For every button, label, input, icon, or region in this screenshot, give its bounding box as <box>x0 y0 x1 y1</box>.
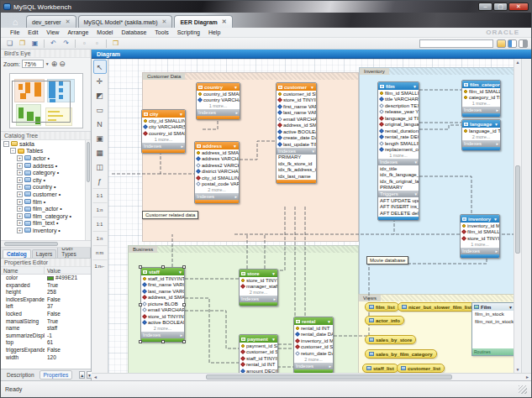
tool-rel-1-1-non-id[interactable]: 1:1 <box>92 188 108 202</box>
view-actor_info[interactable]: actor_info <box>365 316 404 325</box>
collapse-arrow-icon[interactable]: ▼ <box>327 319 331 324</box>
property-row[interactable]: summarizeDisplay-1 <box>1 333 91 340</box>
selection-handle[interactable] <box>139 265 142 269</box>
section-arrow-icon[interactable]: ▾ <box>312 149 314 154</box>
table-header[interactable]: customer▼ <box>277 83 316 91</box>
collapse-arrow-icon[interactable]: ▼ <box>271 337 276 342</box>
section-arrow-icon[interactable]: ▸ <box>496 141 498 146</box>
indexes-section-header[interactable]: Indexes▸ <box>197 109 240 116</box>
catalog-vscrollbar[interactable] <box>85 140 91 240</box>
resize-grip[interactable] <box>519 385 527 394</box>
zoom-out-icon[interactable]: ⊖ <box>59 60 66 68</box>
tool-rel-1-n[interactable]: 1:n <box>92 231 108 245</box>
section-arrow-icon[interactable]: ▾ <box>414 160 417 165</box>
table-film[interactable]: film▼film_id SMALLINTtitle VARCHAR(255)d… <box>377 81 419 221</box>
expander-icon[interactable]: + <box>17 199 23 205</box>
table-header[interactable]: payment▼ <box>240 335 277 343</box>
indexes-section-header[interactable]: Indexes▸ <box>294 363 333 369</box>
expander-icon[interactable]: + <box>17 184 23 190</box>
more-columns[interactable]: 1 more... <box>378 153 419 159</box>
menu-view[interactable]: View <box>42 29 63 35</box>
menu-scripting[interactable]: Scripting <box>173 29 204 35</box>
menu-edit[interactable]: Edit <box>24 29 42 35</box>
tab-mysql-model[interactable]: MySQL Model* (sakila.mwb)✕ <box>78 15 173 28</box>
expander-icon[interactable]: + <box>17 228 23 233</box>
tree-table-city[interactable]: +city • <box>1 176 91 184</box>
section-arrow-icon[interactable]: ▸ <box>181 144 183 149</box>
view-customer_list[interactable]: customer_list <box>397 364 445 373</box>
expander-icon[interactable]: + <box>17 220 23 226</box>
home-tab[interactable]: ⌂ <box>4 15 26 28</box>
more-columns[interactable]: 2 more... <box>141 326 184 332</box>
menu-help[interactable]: Help <box>204 29 224 35</box>
new-diagram-button[interactable]: ❒ <box>110 39 121 48</box>
table-header[interactable]: staff▼ <box>141 268 184 275</box>
collapse-arrow-icon[interactable]: ▼ <box>493 217 498 222</box>
table-payment[interactable]: payment▼payment_id SMAL...customer_id SM… <box>239 334 278 373</box>
tool-table[interactable]: ▦ <box>93 145 107 160</box>
more-columns[interactable]: 2 more... <box>195 187 239 193</box>
toggle-left-panel-icon[interactable] <box>508 39 517 48</box>
table-inventory[interactable]: inventory▼inventory_id MED...film_id SMA… <box>460 214 500 259</box>
table-header[interactable]: language▼ <box>462 120 500 128</box>
table-header[interactable]: rental▼ <box>294 317 333 325</box>
tree-schema-sakila[interactable]: −sakila <box>1 140 91 148</box>
birdseye-minimap[interactable] <box>9 73 83 128</box>
tool-delete[interactable]: ◩ <box>93 88 107 102</box>
toggle-right-panel-icon[interactable] <box>519 39 528 48</box>
collapse-arrow-icon[interactable]: ▼ <box>271 271 276 276</box>
tool-select[interactable]: ↖ <box>93 60 107 74</box>
more-columns[interactable]: 2 more... <box>240 290 277 296</box>
section-arrow-icon[interactable]: ▾ <box>414 191 417 196</box>
selection-handle[interactable] <box>161 340 165 343</box>
eer-diagram-canvas[interactable]: Customer DataInventoryBusinessViewscount… <box>108 59 514 373</box>
routine-group-header[interactable]: Film▼ <box>472 303 514 311</box>
close-tab-icon[interactable]: ✕ <box>162 18 167 25</box>
customer-note[interactable]: Customer related data <box>142 211 198 219</box>
property-row[interactable]: namestaff <box>1 325 91 333</box>
tab-eer-diagram[interactable]: EER Diagram✕ <box>174 15 232 28</box>
collapse-arrow-icon[interactable]: ▼ <box>508 305 513 310</box>
expander-icon[interactable]: − <box>3 141 9 147</box>
property-row[interactable]: lockedFalse <box>1 311 91 318</box>
menu-model[interactable]: Model <box>92 29 117 35</box>
minimize-button[interactable]: – <box>478 3 492 11</box>
section-arrow-icon[interactable]: ▸ <box>273 296 276 301</box>
minimap-viewport[interactable] <box>12 81 71 123</box>
expander-icon[interactable]: + <box>17 163 23 169</box>
indexes-section-header[interactable]: Indexes▸ <box>461 248 499 254</box>
canvas-vscrollbar[interactable]: ▲▼ <box>514 59 521 373</box>
selection-handle[interactable] <box>139 340 142 343</box>
section-arrow-icon[interactable]: ▸ <box>329 364 331 369</box>
undo-button[interactable]: ↶ <box>48 39 59 48</box>
table-header[interactable]: country▼ <box>197 83 240 91</box>
redo-button[interactable]: ↷ <box>61 39 71 48</box>
view-film_list[interactable]: film_list <box>365 302 399 312</box>
routine-group-film[interactable]: Film▼film_in_stockfilm_not_in_stockRouti… <box>471 302 514 356</box>
more-columns[interactable]: 1 more... <box>142 137 185 143</box>
selection-handle[interactable] <box>182 303 186 306</box>
expander-icon[interactable]: + <box>17 206 23 212</box>
expander-icon[interactable]: + <box>17 191 23 197</box>
property-row[interactable]: left37 <box>1 303 91 311</box>
search-input[interactable] <box>419 39 493 48</box>
tree-table-film_text[interactable]: +film_text • <box>1 220 91 228</box>
indexes-section-header[interactable]: Indexes▸ <box>240 296 277 302</box>
more-columns[interactable]: 1 more... <box>197 103 240 109</box>
section-arrow-icon[interactable]: ▸ <box>495 249 498 254</box>
menu-database[interactable]: Database <box>117 29 150 35</box>
expander-icon[interactable]: + <box>17 170 23 175</box>
expander-icon[interactable]: + <box>17 177 23 183</box>
open-model-button[interactable]: ❐ <box>17 39 28 48</box>
property-row[interactable]: expandedTrue <box>1 282 91 290</box>
menu-arrange[interactable]: Arrange <box>63 29 92 35</box>
indexes-section-header[interactable]: Indexes▸ <box>462 107 500 113</box>
selection-handle[interactable] <box>139 303 142 306</box>
tree-table-film[interactable]: +film • <box>1 198 91 206</box>
new-document-button[interactable]: ❏ <box>4 39 15 48</box>
view-staff_list[interactable]: staff_list <box>362 364 398 373</box>
close-tab-icon[interactable]: ✕ <box>222 18 227 25</box>
more-columns[interactable]: 1 more... <box>461 242 499 248</box>
indexes-section-header[interactable]: Indexes▸ <box>462 140 500 147</box>
property-row[interactable]: height258 <box>1 289 91 296</box>
